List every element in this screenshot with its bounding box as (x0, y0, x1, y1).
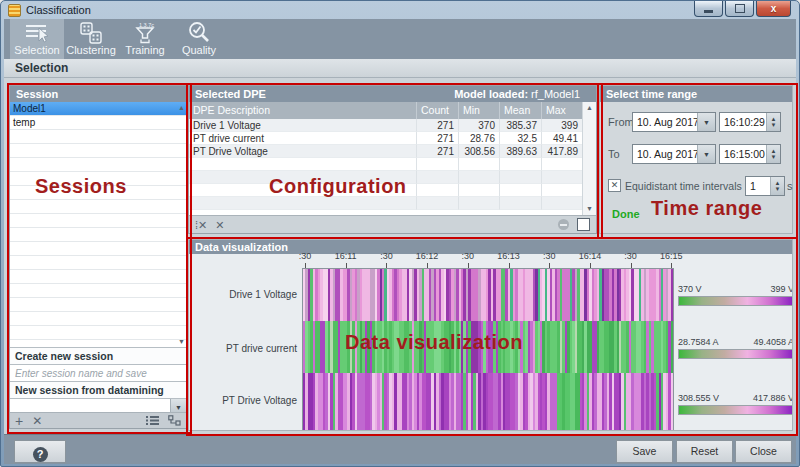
col-max[interactable]: Max (542, 102, 583, 119)
axis-tick-label: 16:14 (579, 251, 602, 261)
session-empty-row (10, 312, 186, 326)
from-date-select[interactable]: 10. Aug 2017 ▼ (632, 112, 716, 132)
axis-tick-label: 16:12 (416, 251, 439, 261)
heatmap (302, 268, 674, 431)
reset-button[interactable]: Reset (676, 440, 733, 463)
cell-count: 271 (417, 119, 459, 132)
col-count[interactable]: Count (417, 102, 459, 119)
cell-max: 49.41 (542, 132, 583, 145)
cell-mean: 389.63 (500, 145, 542, 158)
app-window: Classification x Selection (0, 0, 800, 467)
app-icon (8, 4, 21, 17)
scroll-up-icon[interactable]: ▲ (178, 104, 185, 112)
cell-desc: Drive 1 Voltage (189, 119, 417, 132)
legend-max: 417.886 V (753, 393, 793, 403)
tab-selection[interactable]: Selection (10, 19, 64, 59)
cell-count: 271 (417, 145, 459, 158)
tree-view-icon[interactable] (168, 415, 181, 426)
svg-text:1,3,7c: 1,3,7c (139, 22, 154, 28)
col-min[interactable]: Min (459, 102, 500, 119)
axis-tick-label: :30 (380, 251, 393, 261)
session-item[interactable]: temp (10, 116, 186, 130)
value-table-icon[interactable] (577, 218, 590, 231)
create-session-button[interactable]: Create new session (10, 347, 186, 364)
axis-tick-label: 16:15 (660, 251, 683, 261)
cell-min: 28.76 (459, 132, 500, 145)
cell-max: 399 (542, 119, 583, 132)
session-empty-row (10, 144, 186, 158)
table-row[interactable]: PT drive current 271 28.76 32.5 49.41 (189, 132, 583, 145)
session-empty-row (10, 158, 186, 172)
interval-input[interactable]: 1 ▲▼ (745, 176, 785, 196)
col-mean[interactable]: Mean (500, 102, 542, 119)
axis-tick-label: :30 (299, 251, 312, 261)
session-empty-row (10, 200, 186, 214)
window-controls: x (692, 1, 791, 17)
cell-mean: 385.37 (500, 119, 542, 132)
interval-spinner[interactable]: ▲▼ (770, 177, 784, 195)
tab-training[interactable]: 1,3,7c Training (118, 19, 172, 59)
viz-row-label: PT drive current (191, 343, 297, 354)
remove-all-dpe-icon[interactable]: ✕ (215, 219, 224, 231)
close-button[interactable]: Close (735, 440, 792, 463)
add-session-icon[interactable]: + (15, 415, 23, 427)
equidistant-checkbox[interactable]: ✕ (608, 179, 621, 192)
selected-dpe-panel: Selected DPE Model loaded:rf_Model1 DPE … (188, 85, 597, 234)
legend-gradient-bar (678, 405, 793, 415)
close-window-button[interactable]: x (756, 1, 791, 17)
dpe-table-body: Drive 1 Voltage 271 370 385.37 399 PT dr… (189, 119, 583, 210)
session-empty-row (10, 242, 186, 256)
to-label: To (608, 148, 620, 160)
scroll-down-icon[interactable]: ▼ (178, 338, 185, 346)
maximize-button[interactable] (725, 1, 754, 17)
minimize-button[interactable] (694, 1, 723, 17)
new-session-from-model-button[interactable]: New session from datamining model (10, 381, 186, 398)
scroll-up-icon[interactable]: ▲ (586, 104, 593, 112)
table-row[interactable]: PT Drive Voltage 271 308.56 389.63 417.8… (189, 145, 583, 158)
table-empty-row (189, 158, 583, 171)
session-panel-header: Session (10, 86, 186, 102)
session-empty-row (10, 228, 186, 242)
from-time-input[interactable]: 16:10:29 ▲▼ (719, 112, 781, 132)
dpe-toolbar: ⁞✕ ✕ (189, 215, 596, 233)
training-icon: 1,3,7c (133, 21, 157, 44)
col-dpe-description[interactable]: DPE Description (189, 102, 417, 119)
list-view-icon[interactable] (146, 415, 159, 426)
time-spinner[interactable]: ▲▼ (766, 145, 780, 163)
session-item[interactable]: Model1 (10, 102, 186, 116)
session-name-input[interactable] (10, 364, 186, 381)
remove-selected-dpe-icon[interactable]: ⁞✕ (195, 219, 207, 231)
model-loaded-label: Model loaded: (454, 88, 528, 100)
spinner-down-icon[interactable]: ▼ (771, 154, 777, 160)
main-toolbar: Selection Clustering 1,3,7c (4, 19, 796, 59)
data-visualization-panel: Data visualization :3016:11:3016:12:3016… (188, 239, 793, 431)
session-empty-row (10, 298, 186, 312)
equidistant-label: Equidistant time intervals (625, 180, 742, 192)
table-row[interactable]: Drive 1 Voltage 271 370 385.37 399 (189, 119, 583, 132)
spinner-down-icon[interactable]: ▼ (775, 186, 781, 192)
close-icon: x (771, 4, 777, 14)
cell-min: 370 (459, 119, 500, 132)
session-empty-row (10, 172, 186, 186)
time-spinner[interactable]: ▲▼ (766, 113, 780, 131)
from-label: From (608, 116, 634, 128)
tab-label: Clustering (66, 44, 116, 57)
clustering-icon (79, 22, 103, 44)
chevron-down-icon[interactable]: ▼ (697, 113, 715, 131)
title-bar[interactable]: Classification (1, 1, 799, 19)
chevron-down-icon[interactable]: ▼ (697, 145, 715, 163)
save-button[interactable]: Save (616, 440, 673, 463)
tab-quality[interactable]: Quality (172, 19, 226, 59)
session-empty-row (10, 270, 186, 284)
heatmap-stripe (671, 321, 673, 373)
spinner-down-icon[interactable]: ▼ (771, 122, 777, 128)
help-button[interactable]: ? (14, 440, 66, 463)
tab-clustering[interactable]: Clustering (64, 19, 118, 59)
stop-icon[interactable] (558, 219, 569, 230)
scroll-down-icon[interactable]: ▼ (586, 205, 593, 213)
to-date-select[interactable]: 10. Aug 2017 ▼ (632, 144, 716, 164)
table-empty-row (189, 184, 583, 197)
dpe-table-scrollbar[interactable]: ▲ ▼ (582, 102, 596, 215)
delete-session-icon[interactable]: ✕ (32, 415, 42, 427)
to-time-input[interactable]: 16:15:00 ▲▼ (719, 144, 781, 164)
